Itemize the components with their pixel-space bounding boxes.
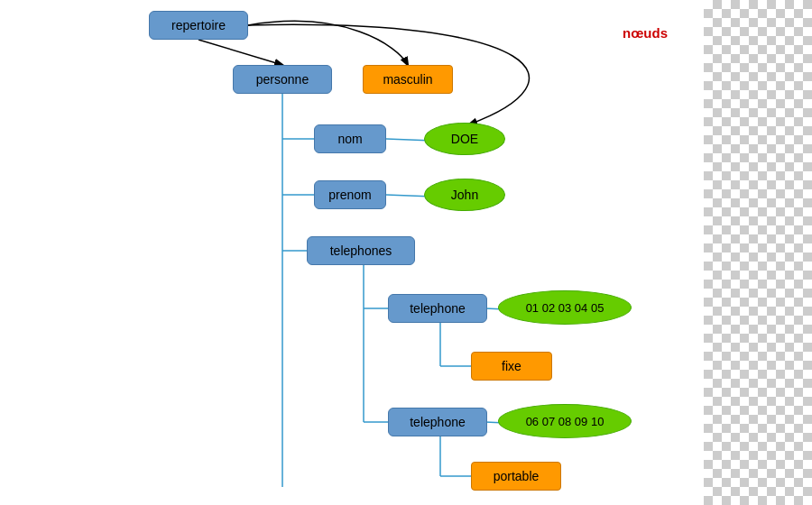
node-telephone-1: telephone <box>388 294 487 323</box>
node-doe: DOE <box>424 123 505 155</box>
node-portable: portable <box>471 462 561 491</box>
label-noeuds: nœuds <box>623 25 668 41</box>
node-john: John <box>424 179 505 211</box>
node-nom: nom <box>314 124 386 153</box>
node-telephone-2: telephone <box>388 408 487 436</box>
node-tel2-value: 06 07 08 09 10 <box>498 404 632 438</box>
diagram-container: repertoire personne masculin nom DOE pre… <box>0 0 704 505</box>
svg-line-0 <box>198 40 282 65</box>
node-prenom: prenom <box>314 180 386 209</box>
node-repertoire: repertoire <box>149 11 248 40</box>
node-tel1-value: 01 02 03 04 05 <box>498 290 632 325</box>
node-fixe: fixe <box>471 352 552 381</box>
node-personne: personne <box>233 65 332 94</box>
node-masculin: masculin <box>363 65 453 94</box>
node-telephones: telephones <box>307 236 415 265</box>
